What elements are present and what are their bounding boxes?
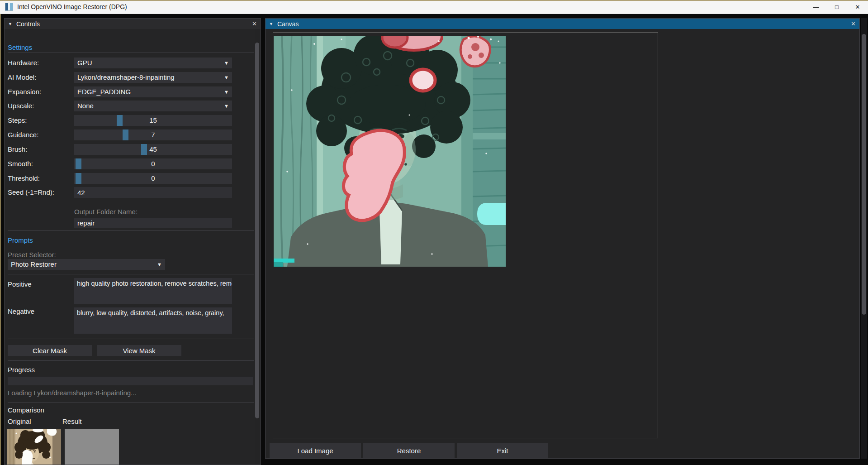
- os-title-bar: Intel OpenVINO Image Restorer (DPG) — □ …: [0, 0, 868, 14]
- guidance-label: Guidance:: [8, 129, 38, 140]
- guidance-slider[interactable]: 7: [74, 129, 232, 140]
- maximize-button[interactable]: □: [826, 0, 847, 14]
- ai-model-label: AI Model:: [8, 72, 36, 83]
- canvas-header[interactable]: ▼ Canvas ✕: [266, 19, 859, 29]
- controls-scrollbar[interactable]: [255, 29, 260, 464]
- ai-model-combo-value: Lykon/dreamshaper-8-inpainting: [77, 72, 175, 83]
- smooth-row: Smooth: 0: [5, 158, 258, 169]
- minimize-icon: —: [813, 4, 819, 10]
- window-controls: — □ ✕: [806, 0, 868, 14]
- original-label: Original: [8, 416, 31, 427]
- hardware-combo-value: GPU: [77, 58, 92, 68]
- seed-input[interactable]: [74, 187, 232, 198]
- collapse-icon[interactable]: ▼: [8, 22, 12, 26]
- drawing-canvas[interactable]: [273, 32, 658, 438]
- canvas-title: Canvas: [277, 20, 299, 28]
- preset-selector-label: Preset Selector:: [8, 251, 56, 259]
- steps-slider[interactable]: 15: [74, 115, 232, 126]
- chevron-down-icon: ▼: [157, 259, 162, 270]
- threshold-slider[interactable]: 0: [74, 173, 232, 184]
- steps-row: Steps: 15: [5, 115, 258, 126]
- collapse-icon[interactable]: ▼: [269, 22, 273, 26]
- viewport-scrollbar[interactable]: [861, 18, 867, 459]
- chevron-down-icon: ▼: [224, 58, 229, 68]
- viewport-scrollbar-grab[interactable]: [862, 34, 866, 315]
- chevron-down-icon: ▼: [224, 86, 229, 97]
- settings-section-label: Settings: [8, 43, 32, 51]
- comparison-label: Comparison: [8, 405, 44, 416]
- background-window-sliver-left: [0, 14, 1, 465]
- clear-mask-button[interactable]: Clear Mask: [8, 345, 92, 356]
- exit-button[interactable]: Exit: [457, 443, 548, 458]
- upscale-combo-value: None: [77, 101, 94, 111]
- restore-button[interactable]: Restore: [363, 443, 455, 458]
- separator: [8, 360, 254, 361]
- positive-prompt-label: Positive: [8, 279, 32, 290]
- seed-label: Seed (-1=Rnd):: [8, 187, 54, 198]
- controls-title: Controls: [16, 20, 40, 28]
- controls-close-icon[interactable]: ✕: [252, 20, 257, 27]
- hardware-row: Hardware: GPU ▼: [5, 58, 258, 68]
- guidance-row: Guidance: 7: [5, 129, 258, 140]
- progress-bar: [8, 377, 253, 385]
- seed-row: Seed (-1=Rnd):: [5, 187, 258, 198]
- steps-slider-value: 15: [74, 115, 232, 126]
- brush-slider[interactable]: 45: [74, 144, 232, 155]
- upscale-combo[interactable]: None ▼: [74, 101, 232, 111]
- expansion-combo-value: EDGE_PADDING: [77, 86, 131, 97]
- prompts-section-label: Prompts: [8, 236, 33, 244]
- smooth-slider[interactable]: 0: [74, 158, 232, 169]
- threshold-row: Threshold: 0: [5, 173, 258, 184]
- upscale-row: Upscale: None ▼: [5, 101, 258, 111]
- result-label: Result: [62, 416, 82, 427]
- expansion-label: Expansion:: [8, 86, 41, 97]
- negative-prompt-textarea[interactable]: blurry, low quality, distorted, artifact…: [74, 307, 232, 334]
- upscale-label: Upscale:: [8, 101, 34, 111]
- brush-row: Brush: 45: [5, 144, 258, 155]
- controls-header[interactable]: ▼ Controls ✕: [5, 19, 261, 29]
- controls-body: Settings Hardware: GPU ▼ AI Model: Lykon…: [5, 29, 261, 465]
- result-thumbnail: [65, 429, 119, 465]
- canvas-window: ▼ Canvas ✕: [265, 18, 860, 459]
- app-icon: [5, 3, 13, 11]
- threshold-label: Threshold:: [8, 173, 40, 184]
- load-image-button[interactable]: Load Image: [270, 443, 361, 458]
- close-icon: ✕: [855, 4, 860, 10]
- expansion-combo[interactable]: EDGE_PADDING ▼: [74, 86, 232, 97]
- output-folder-label: Output Folder Name:: [74, 208, 138, 216]
- canvas-close-icon[interactable]: ✕: [851, 20, 856, 27]
- separator: [8, 230, 254, 231]
- original-thumbnail: [7, 429, 61, 465]
- original-thumbnail-image: [7, 429, 61, 465]
- expansion-row: Expansion: EDGE_PADDING ▼: [5, 86, 258, 97]
- separator: [8, 53, 254, 53]
- separator: [8, 402, 254, 403]
- preset-selector-combo[interactable]: Photo Restorer ▼: [8, 259, 165, 270]
- controls-scrollbar-grab[interactable]: [255, 43, 259, 418]
- hardware-label: Hardware:: [8, 58, 39, 68]
- window-title: Intel OpenVINO Image Restorer (DPG): [17, 3, 127, 10]
- separator: [8, 274, 254, 274]
- chevron-down-icon: ▼: [224, 101, 229, 111]
- negative-prompt-label: Negative: [8, 306, 34, 317]
- view-mask-button[interactable]: View Mask: [97, 345, 181, 356]
- threshold-slider-value: 0: [74, 173, 232, 184]
- progress-label: Progress: [8, 364, 35, 375]
- chevron-down-icon: ▼: [224, 72, 229, 83]
- minimize-button[interactable]: —: [806, 0, 826, 14]
- hardware-combo[interactable]: GPU ▼: [74, 58, 232, 68]
- steps-label: Steps:: [8, 115, 27, 126]
- brush-slider-value: 45: [74, 144, 232, 155]
- brush-label: Brush:: [8, 144, 27, 155]
- guidance-slider-value: 7: [74, 129, 232, 140]
- output-folder-input[interactable]: [74, 218, 232, 228]
- ai-model-combo[interactable]: Lykon/dreamshaper-8-inpainting ▼: [74, 72, 232, 83]
- positive-prompt-textarea[interactable]: high quality photo restoration, remove s…: [74, 278, 232, 304]
- close-button[interactable]: ✕: [847, 0, 868, 14]
- maximize-icon: □: [835, 4, 839, 10]
- smooth-slider-value: 0: [74, 158, 232, 169]
- ai-model-row: AI Model: Lykon/dreamshaper-8-inpainting…: [5, 72, 258, 83]
- preset-selector-value: Photo Restorer: [11, 259, 57, 270]
- loaded-photo-with-mask[interactable]: [274, 36, 506, 267]
- background-window-sliver-top: [0, 0, 868, 1]
